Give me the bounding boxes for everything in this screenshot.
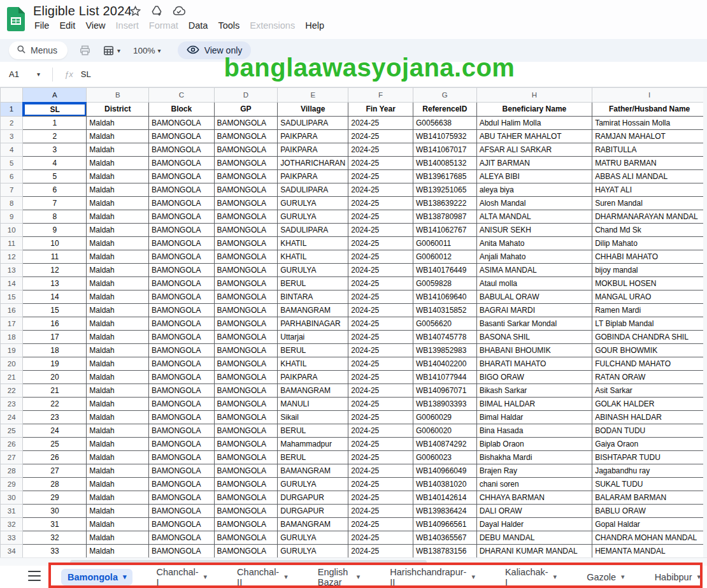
cell[interactable]: 2024-25: [348, 343, 413, 357]
cell[interactable]: Ataul molla: [476, 276, 592, 290]
cell[interactable]: BERUL: [278, 343, 348, 357]
cell[interactable]: Ramen Mardi: [592, 303, 707, 317]
cell[interactable]: Maldah: [87, 424, 149, 437]
cell[interactable]: BAMONGOLA: [214, 357, 278, 370]
cell[interactable]: Bishakha Mardi: [476, 450, 592, 464]
cell[interactable]: BAMONGOLA: [149, 276, 215, 290]
all-sheets-menu-icon[interactable]: [28, 571, 41, 581]
vertical-scrollbar[interactable]: [703, 88, 707, 557]
cell[interactable]: Maldah: [87, 156, 149, 169]
cell[interactable]: Biplab Oraon: [476, 437, 592, 450]
row-header-26[interactable]: 26: [1, 437, 23, 450]
column-header-a[interactable]: A: [23, 88, 87, 103]
cell[interactable]: BAMONGOLA: [149, 156, 215, 169]
sheet-tab-chanchal-ii[interactable]: Chanchal-II▾: [231, 564, 294, 588]
cell[interactable]: BAMONGOLA: [149, 384, 215, 397]
chevron-down-icon[interactable]: ▾: [697, 573, 701, 581]
cell[interactable]: 22: [23, 397, 87, 410]
cell[interactable]: RABITULLA: [592, 143, 707, 156]
cell[interactable]: BAMONGOLA: [149, 129, 215, 143]
document-title[interactable]: Eligible List 2024: [33, 4, 132, 18]
cell[interactable]: 2024-25: [348, 424, 413, 437]
cell[interactable]: WB139836424: [413, 504, 476, 517]
cell[interactable]: Suren Mandal: [592, 196, 707, 210]
select-all-corner[interactable]: [1, 88, 23, 103]
cell[interactable]: 2024-25: [348, 143, 413, 156]
cell[interactable]: 2024-25: [348, 410, 413, 424]
cell[interactable]: DURGAPUR: [278, 504, 348, 517]
cell[interactable]: 2024-25: [348, 116, 413, 129]
header-cell[interactable]: District: [87, 103, 149, 117]
cell[interactable]: 16: [23, 317, 87, 330]
cell[interactable]: 4: [23, 156, 87, 169]
row-header-28[interactable]: 28: [1, 464, 23, 477]
header-cell[interactable]: Father/Husband Name: [592, 103, 707, 117]
cell[interactable]: WB138780987: [413, 210, 476, 223]
cell[interactable]: Maldah: [87, 116, 149, 129]
row-header-31[interactable]: 31: [1, 504, 23, 517]
row-header-14[interactable]: 14: [1, 276, 23, 290]
cell[interactable]: BASONA SHIL: [476, 330, 592, 343]
row-header-20[interactable]: 20: [1, 357, 23, 370]
cell[interactable]: BAMONGOLA: [149, 143, 215, 156]
cell[interactable]: BAMONGOLA: [214, 223, 278, 236]
cell[interactable]: PAIKPARA: [278, 169, 348, 183]
row-header-3[interactable]: 3: [1, 129, 23, 143]
cell[interactable]: MATRU BARMAN: [592, 156, 707, 169]
cell[interactable]: 25: [23, 437, 87, 450]
cell[interactable]: 2024-25: [348, 263, 413, 276]
cell[interactable]: BAMONGOLA: [149, 223, 215, 236]
cell[interactable]: BAMONGOLA: [214, 116, 278, 129]
cell[interactable]: GURULYA: [278, 263, 348, 276]
cell[interactable]: 19: [23, 357, 87, 370]
cell[interactable]: BAMONGOLA: [214, 491, 278, 504]
cell[interactable]: GURULYA: [278, 210, 348, 223]
cell[interactable]: WB140365567: [413, 531, 476, 544]
cell[interactable]: 32: [23, 531, 87, 544]
cell[interactable]: BAMONGOLA: [214, 210, 278, 223]
cell[interactable]: 2024-25: [348, 437, 413, 450]
cell[interactable]: BAMONGOLA: [149, 424, 215, 437]
cell[interactable]: BAMONGOLA: [214, 384, 278, 397]
cell[interactable]: WB141075932: [413, 129, 476, 143]
cell[interactable]: BAMONGOLA: [149, 236, 215, 250]
cell[interactable]: 2024-25: [348, 183, 413, 196]
cell[interactable]: ABBAS ALI MANDAL: [592, 169, 707, 183]
cell[interactable]: BAMONGOLA: [214, 410, 278, 424]
cell[interactable]: 2024-25: [348, 317, 413, 330]
cell[interactable]: 23: [23, 410, 87, 424]
row-header-25[interactable]: 25: [1, 424, 23, 437]
drive-shortcut-icon[interactable]: [150, 4, 163, 20]
cell[interactable]: SADULIPARA: [278, 223, 348, 236]
row-header-6[interactable]: 6: [1, 169, 23, 183]
cell[interactable]: GURULYA: [278, 544, 348, 557]
cell[interactable]: 27: [23, 464, 87, 477]
cell[interactable]: G0060029: [413, 410, 476, 424]
cell[interactable]: DHARANI KUMAR MANDAL: [476, 544, 592, 557]
cell[interactable]: BAMANGRAM: [278, 464, 348, 477]
cell[interactable]: Maldah: [87, 250, 149, 263]
cell[interactable]: Tamirat Hossain Molla: [592, 116, 707, 129]
sheets-logo-icon[interactable]: [7, 7, 25, 34]
cell[interactable]: Maldah: [87, 143, 149, 156]
cell[interactable]: Maldah: [87, 384, 149, 397]
row-header-21[interactable]: 21: [1, 370, 23, 384]
header-cell[interactable]: GP: [214, 103, 278, 117]
row-header-5[interactable]: 5: [1, 156, 23, 169]
cell[interactable]: 2024-25: [348, 477, 413, 491]
row-header-33[interactable]: 33: [1, 531, 23, 544]
column-header-b[interactable]: B: [87, 88, 149, 103]
cell[interactable]: BAMONGOLA: [149, 196, 215, 210]
cell[interactable]: Anjali Mahato: [476, 250, 592, 263]
cell[interactable]: BAMONGOLA: [214, 477, 278, 491]
cell[interactable]: WB141069640: [413, 290, 476, 303]
sheet-tab-chanchal-i[interactable]: Chanchal-I▾: [150, 564, 213, 588]
cell[interactable]: Basanti Sarkar Mondal: [476, 317, 592, 330]
cell[interactable]: Maldah: [87, 276, 149, 290]
cell[interactable]: BAMONGOLA: [149, 504, 215, 517]
cell[interactable]: Dilip Mahato: [592, 236, 707, 250]
cell[interactable]: BAGRAI MARDI: [476, 303, 592, 317]
cell[interactable]: WB138639222: [413, 196, 476, 210]
cell[interactable]: CHHABI MAHATO: [592, 250, 707, 263]
cell[interactable]: AFSAR ALI SARKAR: [476, 143, 592, 156]
